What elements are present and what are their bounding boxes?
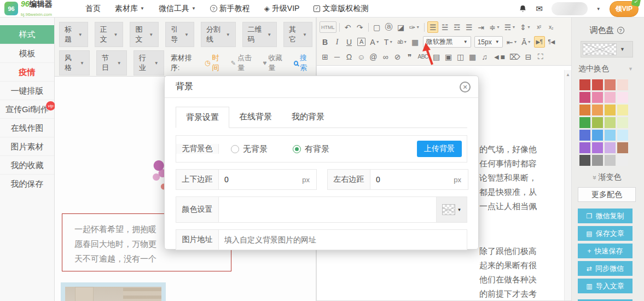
color-value-input[interactable] bbox=[219, 197, 436, 222]
filter-style-button[interactable]: 风格▼ bbox=[59, 50, 90, 76]
horizontal-margin-input[interactable] bbox=[370, 170, 454, 189]
color-swatch[interactable] bbox=[592, 117, 603, 128]
background-settings-icon[interactable]: ▦ bbox=[410, 36, 421, 48]
highlight-button[interactable]: ab▼ bbox=[396, 36, 409, 48]
menu-tutorial[interactable]: ?新手教程 bbox=[210, 4, 250, 14]
text-style-button[interactable]: T▼ bbox=[382, 36, 395, 48]
indent-first-line-icon[interactable]: ⇤▼ bbox=[505, 36, 519, 48]
sort-by-clicks[interactable]: ✎点击量 bbox=[231, 53, 256, 73]
horizontal-rule-icon[interactable]: ─ bbox=[332, 51, 343, 62]
radio-no-background[interactable]: 无背景 bbox=[231, 144, 268, 154]
color-swatch[interactable] bbox=[617, 117, 628, 128]
category-image-text-button[interactable]: 图文▼ bbox=[130, 22, 159, 47]
color-swatch[interactable] bbox=[592, 105, 603, 115]
italic-button[interactable]: I bbox=[332, 36, 343, 48]
color-swatch[interactable] bbox=[605, 130, 616, 141]
color-swatch[interactable] bbox=[617, 155, 628, 166]
table-icon[interactable]: ⊞ bbox=[320, 51, 330, 62]
special-char-icon[interactable]: Ω bbox=[344, 51, 355, 62]
color-swatch[interactable] bbox=[605, 92, 616, 103]
menu-home[interactable]: 首页 bbox=[85, 4, 101, 14]
sync-wechat-button[interactable]: ⇄同步微信 bbox=[578, 261, 633, 276]
color-swatch[interactable] bbox=[579, 92, 590, 103]
editor-scrollbar[interactable]: ▲ bbox=[564, 70, 571, 300]
rtl-direction-icon[interactable]: ¶◀ bbox=[546, 36, 557, 48]
menu-upgrade-vip[interactable]: ◈升级VIP bbox=[264, 4, 300, 14]
search-button[interactable]: 搜索 bbox=[294, 53, 312, 73]
chevron-down-icon[interactable]: ▼ bbox=[596, 7, 601, 11]
color-swatch[interactable] bbox=[605, 79, 616, 90]
image-url-input[interactable] bbox=[219, 230, 467, 250]
help-icon[interactable]: ? bbox=[617, 27, 624, 34]
message-icon[interactable]: ✉ bbox=[536, 4, 543, 14]
superscript-icon[interactable]: x² bbox=[533, 21, 544, 33]
link-icon[interactable]: ∞ bbox=[380, 51, 391, 62]
color-dropdown[interactable]: ▼ bbox=[436, 197, 467, 222]
color-swatch[interactable] bbox=[617, 105, 628, 115]
char-scale-icon[interactable]: Ā▼ bbox=[520, 36, 532, 48]
underline-button[interactable]: U bbox=[344, 36, 355, 48]
color-swatch[interactable] bbox=[592, 155, 603, 166]
color-swatch[interactable] bbox=[592, 92, 603, 103]
format-painter-icon[interactable]: ✑▼ bbox=[408, 21, 422, 33]
quick-save-button[interactable]: +快速保存 bbox=[578, 244, 633, 258]
color-swatch[interactable] bbox=[579, 105, 590, 115]
unlink-icon[interactable]: ⊘ bbox=[392, 51, 403, 62]
menu-material-library[interactable]: 素材库▼ bbox=[115, 4, 144, 14]
html-source-button[interactable]: HTML bbox=[320, 21, 336, 33]
tab-background-settings[interactable]: 背景设置 bbox=[176, 107, 229, 128]
sidebar-item-online-drawing[interactable]: 在线作图 bbox=[0, 118, 54, 137]
category-divider-button[interactable]: 分割线▼ bbox=[201, 22, 236, 47]
sidebar-item-one-click-layout[interactable]: 一键排版 bbox=[0, 81, 54, 100]
letter-spacing-icon[interactable]: ⇕▼ bbox=[518, 21, 532, 33]
swap-color-dropdown[interactable]: 选中换色▼ bbox=[578, 64, 633, 74]
color-swatch[interactable] bbox=[605, 142, 616, 153]
get-vip-button[interactable]: 领VIP✓ bbox=[610, 1, 639, 17]
text-border-button[interactable]: A bbox=[356, 36, 367, 48]
qrcode-icon[interactable]: ▦ bbox=[467, 51, 478, 62]
category-body-button[interactable]: 正文▼ bbox=[95, 22, 124, 47]
menu-copyright-check[interactable]: ✓文章版权检测 bbox=[314, 4, 368, 14]
color-swatch[interactable] bbox=[605, 117, 616, 128]
close-icon[interactable]: ✕ bbox=[460, 82, 471, 92]
color-swatch[interactable] bbox=[592, 79, 603, 90]
font-color-button[interactable]: A▼ bbox=[368, 36, 381, 48]
filter-industry-button[interactable]: 行业▼ bbox=[134, 50, 164, 76]
color-swatch[interactable] bbox=[592, 142, 603, 153]
color-swatch[interactable] bbox=[579, 130, 590, 141]
color-swatch[interactable] bbox=[617, 142, 628, 153]
radio-has-background[interactable]: 有背景 bbox=[293, 144, 329, 154]
vertical-margin-input[interactable] bbox=[219, 170, 302, 189]
fullscreen-icon[interactable]: ⛶ bbox=[535, 51, 546, 62]
category-title-button[interactable]: 标题▼ bbox=[59, 22, 88, 47]
video-icon[interactable]: ◄■ bbox=[491, 51, 507, 62]
more-colors-button[interactable]: 更多配色 bbox=[578, 187, 636, 202]
current-color-picker[interactable]: ▼ bbox=[581, 41, 633, 57]
category-other-button[interactable]: 其它▼ bbox=[283, 22, 312, 47]
sidebar-item-style[interactable]: 样式 bbox=[0, 25, 54, 44]
auto-typeset-icon[interactable]: ⓐ bbox=[384, 21, 394, 33]
filter-festival-button[interactable]: 节日▼ bbox=[96, 50, 127, 76]
align-left-icon[interactable]: ☰ bbox=[427, 21, 438, 33]
wechat-copy-button[interactable]: ❐微信复制 bbox=[578, 209, 633, 223]
save-article-button[interactable]: ▤保存文章 bbox=[578, 226, 633, 241]
sidebar-item-my-favorites[interactable]: 我的收藏 bbox=[0, 155, 54, 174]
sidebar-item-template[interactable]: 模板 bbox=[0, 44, 54, 62]
color-swatch[interactable] bbox=[579, 117, 590, 128]
color-swatch[interactable] bbox=[579, 142, 590, 153]
color-swatch[interactable] bbox=[617, 79, 628, 90]
gradient-color-toggle[interactable]: «渐变色 bbox=[576, 172, 637, 182]
blockquote-icon[interactable]: ❞ bbox=[404, 51, 415, 62]
category-guide-button[interactable]: 引导▼ bbox=[165, 22, 194, 47]
align-right-icon[interactable]: ☲ bbox=[451, 21, 462, 33]
bell-icon[interactable] bbox=[519, 5, 527, 13]
color-swatch[interactable] bbox=[605, 105, 616, 115]
bold-button[interactable]: B bbox=[320, 36, 330, 48]
photo-template[interactable]: 收藏 bbox=[61, 282, 166, 301]
avatar[interactable] bbox=[552, 2, 588, 15]
redo-icon[interactable]: ↷ bbox=[355, 21, 365, 33]
logo[interactable]: 96 96编辑器 bj.96weixin.com bbox=[4, 0, 76, 18]
color-swatch[interactable] bbox=[605, 155, 616, 166]
menu-wechat-tools[interactable]: 微信工具▼ bbox=[159, 4, 196, 14]
color-swatch[interactable] bbox=[579, 155, 590, 166]
